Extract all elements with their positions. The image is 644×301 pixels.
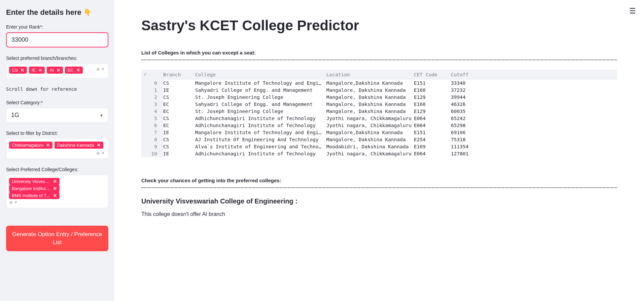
branch-label: Select preferred branch/branches: <box>6 55 108 61</box>
branch-field-group: Select preferred branch/branches: CS✕ IE… <box>6 55 108 78</box>
college-tag[interactable]: University Visveswari...✕ <box>9 178 60 185</box>
preferred-college-name: University Visveswariah College of Engin… <box>141 197 617 205</box>
cell-cet-code: E064 <box>414 122 451 129</box>
branch-tag[interactable]: IE✕ <box>29 67 45 74</box>
table-row[interactable]: 9CSAlva`s Institute of Engineering and T… <box>141 143 617 150</box>
row-index: 8 <box>141 136 163 143</box>
scroll-hint: Scroll down for reference <box>6 86 108 92</box>
table-row[interactable]: 4ECSt. Joseph Engineering CollegeMangalo… <box>141 108 617 115</box>
row-index: 1 <box>141 87 163 94</box>
clear-all-icon[interactable]: ⊗ <box>96 151 100 156</box>
chances-heading: Check your chances of getting into the p… <box>141 178 617 183</box>
remove-tag-icon[interactable]: ✕ <box>21 68 24 73</box>
dropdown-caret-icon[interactable]: ▼ <box>101 151 105 155</box>
row-index: 10 <box>141 150 163 157</box>
remove-tag-icon[interactable]: ✕ <box>97 143 101 148</box>
remove-tag-icon[interactable]: ✕ <box>46 143 50 148</box>
college-multiselect[interactable]: University Visveswari...✕ Bangalore Inst… <box>6 175 108 208</box>
row-index: 7 <box>141 129 163 136</box>
clear-all-icon[interactable]: ⊗ <box>96 67 100 72</box>
cell-location: Jyothi nagara, Chikkamagaluru <box>326 115 414 122</box>
cell-branch: CS <box>163 80 195 87</box>
cell-branch: EC <box>163 108 195 115</box>
remove-tag-icon[interactable]: ✕ <box>57 68 60 73</box>
table-row[interactable]: 6ECAdhichunchanagiri Institute of Techno… <box>141 122 617 129</box>
table-row[interactable]: 0CSMangalore Institute of Technology and… <box>141 80 617 87</box>
cell-college: Adhichunchanagiri Institute of Technolog… <box>195 115 326 122</box>
branch-multiselect[interactable]: CS✕ IE✕ AI✕ EC✕ ⊗ ▼ <box>6 64 108 78</box>
cell-location: Mangalore, Dakshina Kannada <box>326 94 414 101</box>
cell-branch: IE <box>163 87 195 94</box>
menu-icon[interactable]: ☰ <box>629 7 636 15</box>
cell-location: Mangalore, Dakshina Kannada <box>326 101 414 108</box>
cell-cet-code: E129 <box>414 94 451 101</box>
category-field-group: Select Category:* 1G ▼ <box>6 100 108 122</box>
remove-tag-icon[interactable]: ✕ <box>53 186 57 191</box>
row-index: 5 <box>141 115 163 122</box>
cell-cutoff: 69106 <box>451 129 481 136</box>
cell-cet-code: E064 <box>414 150 451 157</box>
cell-branch: CS <box>163 94 195 101</box>
remove-tag-icon[interactable]: ✕ <box>38 68 42 73</box>
table-row[interactable]: 10IEAdhichunchanagiri Institute of Techn… <box>141 150 617 157</box>
college-label: Select Preferred College/Colleges: <box>6 167 108 172</box>
cell-cutoff: 46326 <box>451 101 481 108</box>
multiselect-actions: ⊗ ▼ <box>96 151 105 156</box>
table-row[interactable]: 8CSAJ Institute Of Engineering And Techn… <box>141 136 617 143</box>
college-tag[interactable]: Bangalore Institute of...✕ <box>9 185 60 192</box>
dropdown-caret-icon[interactable]: ▼ <box>101 67 105 71</box>
cell-branch: EC <box>163 101 195 108</box>
category-dropdown[interactable]: 1G ▼ <box>6 108 108 122</box>
college-tag[interactable]: BMS Institute of Tech...✕ <box>9 192 60 199</box>
cell-branch: CS <box>163 136 195 143</box>
generate-button[interactable]: Generate Option Entry / Preference List <box>6 226 108 251</box>
cell-branch: EC <box>163 122 195 129</box>
district-multiselect[interactable]: Chikkamagaluru✕ Dakshina Kannada✕ ⊗ ▼ <box>6 139 108 159</box>
district-tag[interactable]: Dakshina Kannada✕ <box>55 142 103 149</box>
cell-cutoff: 127801 <box>451 150 481 157</box>
cell-cet-code: E129 <box>414 108 451 115</box>
remove-tag-icon[interactable]: ✕ <box>76 68 80 73</box>
table-row[interactable]: 5CSAdhichunchanagiri Institute of Techno… <box>141 115 617 122</box>
chance-result-text: This college doesn't offer AI branch <box>141 211 617 217</box>
dropdown-caret-icon[interactable]: ▼ <box>14 200 17 204</box>
table-row[interactable]: 2CSSt. Joseph Engineering CollegeMangalo… <box>141 94 617 101</box>
cell-college: Mangalore Institute of Technology and En… <box>195 129 326 136</box>
table-header: Branch College Location CET Code Cutoff <box>141 70 617 80</box>
district-tag[interactable]: Chikkamagaluru✕ <box>9 142 52 149</box>
rank-label: Enter your Rank*: <box>6 24 108 30</box>
cell-cet-code: E254 <box>414 136 451 143</box>
row-index: 4 <box>141 108 163 115</box>
branch-tag[interactable]: CS✕ <box>9 67 27 74</box>
expand-icon[interactable]: ⤢ <box>143 71 147 78</box>
page-title: Sastry's KCET College Predictor <box>141 17 617 34</box>
list-heading: List of Colleges in which you can except… <box>141 50 617 55</box>
table-row[interactable]: 1IESahyadri College of Engg. and Managem… <box>141 87 617 94</box>
results-table: ⤢ Branch College Location CET Code Cutof… <box>141 70 617 157</box>
remove-tag-icon[interactable]: ✕ <box>53 193 57 198</box>
category-value: 1G <box>11 112 19 119</box>
cell-location: Jyothi nagara, Chikkamagaluru <box>326 122 414 129</box>
clear-all-icon[interactable]: ⊗ <box>9 200 13 205</box>
cell-college: Mangalore Institute of Technology and En… <box>195 80 326 87</box>
cell-college: Sahyadri College of Engg. and Management <box>195 101 326 108</box>
cell-location: Mangalore, Dakshina Kannada <box>326 108 414 115</box>
remove-tag-icon[interactable]: ✕ <box>53 179 57 184</box>
cell-location: Moodabidri, Dakshina Kannada <box>326 143 414 150</box>
main-content: ☰ Sastry's KCET College Predictor List o… <box>114 0 644 301</box>
sidebar-heading: Enter the details here 👇 <box>6 8 108 17</box>
rank-input[interactable] <box>6 32 108 47</box>
rank-field-group: Enter your Rank*: <box>6 24 108 47</box>
cell-cutoff: 39944 <box>451 94 481 101</box>
pointing-down-icon: 👇 <box>83 8 92 16</box>
table-row[interactable]: 3ECSahyadri College of Engg. and Managem… <box>141 101 617 108</box>
cell-location: Mangalore,Dakshina Kannada <box>326 80 414 87</box>
cell-location: Mangalore, Dakshina Kannada <box>326 136 414 143</box>
cell-location: Mangalore, Dakshina Kannada <box>326 87 414 94</box>
branch-tag[interactable]: EC✕ <box>65 67 83 74</box>
table-row[interactable]: 7IEMangalore Institute of Technology and… <box>141 129 617 136</box>
multiselect-actions: ⊗ ▼ <box>96 67 105 72</box>
cell-cutoff: 65242 <box>451 115 481 122</box>
branch-tag[interactable]: AI✕ <box>47 67 63 74</box>
cell-college: Alva`s Institute of Engineering and Tech… <box>195 143 326 150</box>
